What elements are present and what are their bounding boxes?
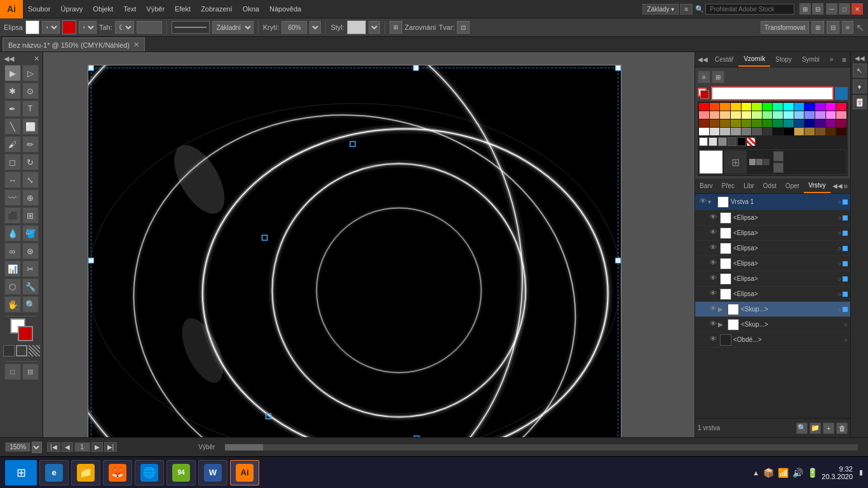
layer-lock4-icon[interactable]: ○ bbox=[838, 261, 841, 267]
swatch-gray4[interactable] bbox=[752, 128, 762, 135]
swatch-dark-blue[interactable] bbox=[804, 119, 815, 127]
swatch-dark-gray[interactable] bbox=[763, 128, 773, 135]
extra-swatch-dgray[interactable] bbox=[728, 137, 736, 146]
shape-builder-tool[interactable]: ⊕ bbox=[22, 189, 39, 206]
layer-elipsa3-row[interactable]: 👁 <Elipsa> ○ bbox=[695, 241, 850, 256]
layer-add-btn[interactable]: + bbox=[823, 423, 834, 434]
eraser-tool[interactable]: ◻ bbox=[4, 154, 21, 170]
arr2-icon[interactable]: ⊟ bbox=[812, 3, 824, 15]
menu-objekt[interactable]: Objekt bbox=[88, 0, 118, 18]
close-button[interactable]: ✕ bbox=[851, 3, 863, 15]
swatch-near-black[interactable] bbox=[773, 128, 783, 135]
layer-eye-icon8[interactable]: 👁 bbox=[708, 320, 718, 330]
zoom-tool[interactable]: 🔍 bbox=[22, 296, 39, 313]
stroke-width-input[interactable] bbox=[137, 21, 162, 34]
menu-efekt[interactable]: Efekt bbox=[170, 0, 196, 18]
menu-text[interactable]: Text bbox=[118, 0, 141, 18]
background-swatch[interactable] bbox=[18, 326, 33, 341]
layer-eye-icon4[interactable]: 👁 bbox=[708, 259, 718, 269]
swatch-spring[interactable] bbox=[773, 103, 783, 111]
swatch-light-blue[interactable] bbox=[804, 111, 815, 119]
swatch-darkest-brown[interactable] bbox=[836, 128, 846, 135]
next-page-btn[interactable]: ▶ bbox=[92, 442, 103, 452]
mirror-tool[interactable]: ↔ bbox=[4, 172, 21, 188]
page-input[interactable] bbox=[74, 442, 90, 452]
taskbar-ie[interactable]: e bbox=[39, 460, 69, 485]
stroke-style-select[interactable]: Základní bbox=[212, 21, 254, 34]
layer-lock8-icon[interactable]: ○ bbox=[844, 322, 848, 328]
layer-eye-icon6[interactable]: 👁 bbox=[708, 289, 718, 299]
panel-btn1[interactable]: ↖ bbox=[853, 64, 867, 78]
panel-btn2[interactable]: ♦ bbox=[853, 79, 867, 93]
swatch-pastel-yellow[interactable] bbox=[742, 111, 752, 119]
layer-expand-icon[interactable]: ▾ bbox=[708, 198, 715, 205]
tray-up-arrow[interactable]: ▲ bbox=[752, 469, 759, 477]
layers-menu[interactable]: ≡ bbox=[844, 182, 848, 190]
rect-tool[interactable]: ⬜ bbox=[22, 118, 39, 135]
swatch-rose[interactable] bbox=[836, 103, 846, 111]
grid-view-btn[interactable]: ⊞ bbox=[712, 71, 724, 83]
layer-lock-icon[interactable]: ○ bbox=[838, 199, 841, 205]
warp-tool[interactable]: 〰 bbox=[4, 189, 21, 206]
swatch-light-violet[interactable] bbox=[815, 111, 825, 119]
layer-lock9-icon[interactable]: ○ bbox=[844, 337, 848, 343]
swatch-dark-cyan[interactable] bbox=[783, 119, 794, 127]
swatch-dark-rose[interactable] bbox=[836, 119, 846, 127]
gradient-tool[interactable]: ⬛ bbox=[4, 207, 21, 224]
tab-oper[interactable]: Oper bbox=[781, 179, 804, 193]
layer-eye-icon[interactable]: 👁 bbox=[698, 197, 708, 207]
graph-tool[interactable]: 📊 bbox=[4, 261, 21, 277]
zoom-input[interactable] bbox=[5, 442, 31, 452]
swatch-dark-green1[interactable] bbox=[752, 119, 762, 127]
taskbar-illustrator[interactable]: Ai bbox=[230, 460, 259, 485]
stroke-mode[interactable] bbox=[16, 345, 27, 356]
line-tool[interactable]: ╲ bbox=[4, 118, 21, 135]
stroke-select[interactable]: ▾ bbox=[79, 21, 97, 34]
swatch-light-amber[interactable] bbox=[720, 111, 730, 119]
tab-more[interactable]: » bbox=[825, 52, 839, 67]
swatch-light-orange[interactable] bbox=[710, 111, 720, 119]
panel-menu-icon[interactable]: ≡ bbox=[838, 56, 850, 64]
layer-add-folder-btn[interactable]: 📁 bbox=[810, 423, 821, 434]
tab-prec[interactable]: Přec bbox=[717, 179, 740, 193]
fill-swatch[interactable] bbox=[25, 20, 39, 34]
swatch-blue[interactable] bbox=[804, 103, 815, 111]
swatch-dark-red[interactable] bbox=[699, 119, 709, 127]
menu-soubor[interactable]: Soubor bbox=[23, 0, 55, 18]
doc-tab-close[interactable]: ✕ bbox=[133, 41, 139, 49]
pencil-tool[interactable]: ✏ bbox=[22, 136, 39, 152]
swatch-dark-magenta[interactable] bbox=[826, 119, 836, 127]
layer-elipsa4-row[interactable]: 👁 <Elipsa> ○ bbox=[695, 256, 850, 271]
layer-expand8-icon[interactable]: ▶ bbox=[718, 321, 726, 328]
blend-tool[interactable]: ∞ bbox=[4, 243, 21, 259]
extra-swatch-white[interactable] bbox=[699, 137, 708, 146]
style-select[interactable]: ▾ bbox=[369, 21, 380, 34]
eyedropper-tool[interactable]: 💧 bbox=[4, 225, 21, 241]
menu-vyber[interactable]: Výběr bbox=[141, 0, 170, 18]
swatch-yellow-green[interactable] bbox=[752, 103, 762, 111]
menu-zobrazeni[interactable]: Zobrazení bbox=[196, 0, 238, 18]
pen-tool[interactable]: ✒ bbox=[4, 100, 21, 117]
art-canvas[interactable] bbox=[88, 65, 621, 437]
swatch-light-rose[interactable] bbox=[836, 111, 846, 119]
swatch-orange-red[interactable] bbox=[710, 103, 720, 111]
swatch-dark-orange[interactable] bbox=[710, 119, 720, 127]
minimize-button[interactable]: ─ bbox=[826, 3, 837, 15]
swatch-light-azure[interactable] bbox=[794, 111, 804, 119]
swatch-dark-amber[interactable] bbox=[720, 119, 730, 127]
swatch-dark-brown[interactable] bbox=[826, 128, 836, 135]
bg-mini-swatch[interactable] bbox=[700, 90, 709, 99]
tah-select[interactable]: C bbox=[115, 21, 134, 34]
extra-swatch-black[interactable] bbox=[737, 137, 746, 146]
preset-dropdown[interactable]: Základy ▾ bbox=[642, 4, 679, 15]
mesh-tool[interactable]: ⊞ bbox=[22, 207, 39, 224]
swatch-dark-lime[interactable] bbox=[742, 119, 752, 127]
swatch-magenta[interactable] bbox=[826, 103, 836, 111]
layer-skup2-row[interactable]: 👁 ▶ <Skup...> ○ bbox=[695, 317, 850, 332]
layer-lock3-icon[interactable]: ○ bbox=[838, 245, 841, 252]
scale-tool[interactable]: ⤡ bbox=[22, 172, 39, 188]
swatch-violet[interactable] bbox=[815, 103, 825, 111]
zoom-dropdown[interactable]: ▾ bbox=[32, 442, 42, 453]
tab-barvy[interactable]: Barv bbox=[695, 179, 717, 193]
taskbar-files[interactable]: 📁 bbox=[71, 460, 100, 485]
